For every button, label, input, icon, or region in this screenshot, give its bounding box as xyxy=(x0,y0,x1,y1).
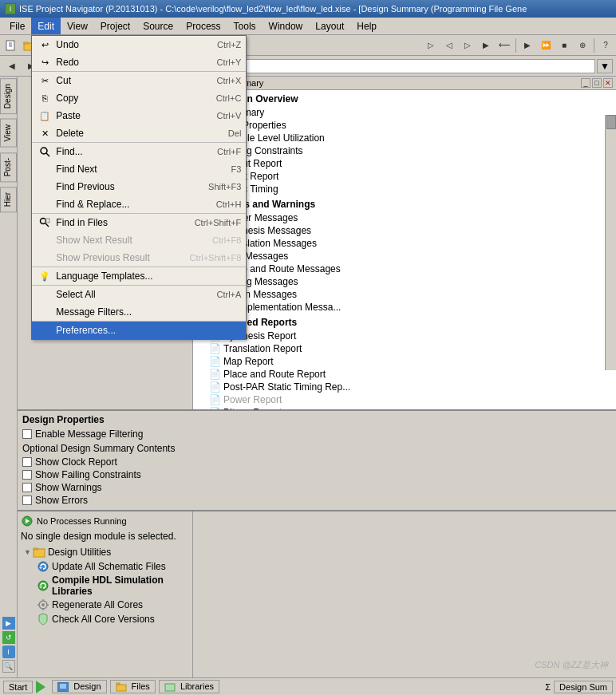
item-bitgen-msg[interactable]: 📄 Bitgen Messages xyxy=(193,288,616,301)
menu-show-prev-result[interactable]: Show Previous Result Ctrl+Shift+F8 xyxy=(32,249,246,267)
menu-source[interactable]: Source xyxy=(136,18,180,34)
item-map-report[interactable]: 📄 Map Report xyxy=(193,355,616,368)
menu-file[interactable]: File xyxy=(3,18,31,34)
right-scrollbar[interactable] xyxy=(605,115,616,370)
design-utilities-node[interactable]: ▼ Design Utilities xyxy=(24,545,189,559)
menu-find-next[interactable]: Find Next F3 xyxy=(32,160,246,178)
ds-minimize[interactable]: _ xyxy=(581,78,590,88)
menu-layout[interactable]: Layout xyxy=(309,18,350,34)
item-trans-report[interactable]: 📄 Translation Report xyxy=(193,342,616,355)
optional-title: Optional Design Summary Contents xyxy=(22,443,611,454)
new-button[interactable] xyxy=(2,37,19,54)
menu-paste[interactable]: 📋 Paste Ctrl+V xyxy=(32,107,246,124)
item-translation-msg[interactable]: 📄 Translation Messages xyxy=(193,237,616,250)
item-par-report[interactable]: 📄 Place and Route Report xyxy=(193,368,616,381)
item-iob[interactable]: 📄 IOB Properties xyxy=(193,119,616,132)
menu-undo[interactable]: ↩ Undo Ctrl+Z xyxy=(32,36,246,53)
menu-msg-filters[interactable]: Message Filters... xyxy=(32,303,246,321)
menu-find-in-files[interactable]: Find in Files Ctrl+Shift+F xyxy=(32,214,246,231)
status-right-btn[interactable]: Design Sum xyxy=(554,681,613,693)
tb-right-4[interactable]: ▶ xyxy=(477,37,495,54)
item-timing-constraints[interactable]: 📄 Timing Constraints xyxy=(193,144,616,157)
menu-preferences[interactable]: Preferences... xyxy=(32,322,246,339)
section-detailed[interactable]: ▼ Detailed Reports xyxy=(193,315,616,330)
prop-show-warnings[interactable]: Show Warnings xyxy=(22,481,611,494)
ds-close[interactable]: ✕ xyxy=(603,78,613,88)
item-post-par[interactable]: 📄 Post-PAR Static Timing Rep... xyxy=(193,381,616,393)
menu-cut[interactable]: ✂ Cut Ctrl+X xyxy=(32,72,246,89)
tb-right-10[interactable]: ? xyxy=(597,37,614,54)
prop-show-errors[interactable]: Show Errors xyxy=(22,494,611,507)
left-icon-3[interactable]: I xyxy=(2,646,15,658)
menu-find-replace[interactable]: Find & Replace... Ctrl+H xyxy=(32,195,246,213)
prop-show-failing[interactable]: Show Failing Constraints xyxy=(22,468,611,481)
menu-select-all[interactable]: Select All Ctrl+A xyxy=(32,286,246,303)
side-tab-hier[interactable]: Hier xyxy=(0,187,17,212)
item-pinout[interactable]: 📄 Pinout Report xyxy=(193,157,616,170)
ds-maximize[interactable]: □ xyxy=(592,78,602,88)
prop-failing-checkbox[interactable] xyxy=(22,470,32,480)
tb-right-7[interactable]: ⏩ xyxy=(537,37,555,54)
tb-right-6[interactable]: ▶ xyxy=(519,37,536,54)
prop-enable-filtering[interactable]: Enable Message Filtering xyxy=(22,428,611,440)
menu-copy[interactable]: ⎘ Copy Ctrl+C xyxy=(32,89,246,107)
tb-right-5[interactable]: ⟵ xyxy=(496,37,513,54)
menu-help[interactable]: Help xyxy=(350,18,383,34)
left-icon-2[interactable]: ↺ xyxy=(2,631,15,644)
prop-warnings-checkbox[interactable] xyxy=(22,483,32,492)
prop-show-clock[interactable]: Show Clock Report xyxy=(22,456,611,468)
update-schematic-node[interactable]: Update All Schematic Files xyxy=(37,559,189,574)
menu-find[interactable]: Find... Ctrl+F xyxy=(32,143,246,160)
design-tab-button[interactable]: Design xyxy=(52,680,106,693)
item-module-util[interactable]: 📄 Module Level Utilization xyxy=(193,132,616,144)
tb-right-2[interactable]: ◁ xyxy=(440,37,458,54)
item-clock-report[interactable]: 📄 Clock Report xyxy=(193,170,616,183)
left-arrow-btn[interactable]: ◀ xyxy=(3,57,21,75)
side-tab-post[interactable]: Post- xyxy=(0,152,17,182)
left-icon-4[interactable]: 🔍 xyxy=(2,660,15,673)
menu-view[interactable]: View xyxy=(61,18,94,34)
menu-edit[interactable]: Edit xyxy=(31,18,61,34)
left-icon-1[interactable]: ▶ xyxy=(2,617,15,630)
menu-project[interactable]: Project xyxy=(94,18,136,34)
item-synthesis-msg[interactable]: 📄 Synthesis Messages xyxy=(193,224,616,237)
start-button[interactable]: Start xyxy=(3,681,33,693)
check-core-versions-node[interactable]: Check All Core Versions xyxy=(37,612,189,626)
side-tab-design[interactable]: Design xyxy=(0,78,17,114)
regenerate-cores-node[interactable]: Regenerate All Cores xyxy=(37,598,189,612)
item-all-impl[interactable]: 📄 All Implementation Messa... xyxy=(193,301,616,314)
find-next-shortcut: F3 xyxy=(231,164,242,174)
search-dropdown[interactable]: ▼ xyxy=(597,59,613,73)
menu-show-next-result[interactable]: Show Next Result Ctrl+F8 xyxy=(32,231,246,249)
tb-right-3[interactable]: ▷ xyxy=(459,37,476,54)
item-par-msg[interactable]: 📄 Place and Route Messages xyxy=(193,263,616,275)
menu-tools[interactable]: Tools xyxy=(227,18,263,34)
prop-errors-checkbox[interactable] xyxy=(22,496,32,505)
item-static-timing[interactable]: 📄 Static Timing xyxy=(193,183,616,195)
item-timing-msg[interactable]: 📄 Timing Messages xyxy=(193,275,616,288)
menu-redo[interactable]: ↪ Redo Ctrl+Y xyxy=(32,53,246,71)
compile-hdl-node[interactable]: Compile HDL Simulation Libraries xyxy=(37,574,189,598)
menu-delete[interactable]: ✕ Delete Del xyxy=(32,124,246,142)
item-synth-report[interactable]: 📄 Synthesis Report xyxy=(193,330,616,342)
menu-process[interactable]: Process xyxy=(180,18,227,34)
item-summary[interactable]: 📄 Summary xyxy=(193,106,616,119)
files-tab-button[interactable]: Files xyxy=(110,680,156,693)
menu-find-prev[interactable]: Find Previous Shift+F3 xyxy=(32,178,246,195)
design-utilities-label: Design Utilities xyxy=(48,547,111,558)
menu-window[interactable]: Window xyxy=(263,18,310,34)
libraries-tab-button[interactable]: Libraries xyxy=(159,680,219,693)
item-power-report[interactable]: 📄 Power Report xyxy=(193,393,616,406)
prop-clock-checkbox[interactable] xyxy=(22,457,32,467)
section-errors[interactable]: ▼ Errors and Warnings xyxy=(193,197,616,211)
menu-lang-templates[interactable]: 💡 Language Templates... xyxy=(32,267,246,285)
item-parser[interactable]: 📄 Parser Messages xyxy=(193,211,616,224)
prop-enable-filtering-checkbox[interactable] xyxy=(22,429,32,439)
scrollbar-thumb[interactable] xyxy=(606,115,616,129)
tb-right-9[interactable]: ⊕ xyxy=(574,37,591,54)
tb-right-1[interactable]: ▷ xyxy=(422,37,440,54)
section-design-overview[interactable]: ▼ Design Overview xyxy=(193,92,616,106)
tb-right-8[interactable]: ■ xyxy=(555,37,573,54)
side-tab-view[interactable]: View xyxy=(0,119,17,148)
item-map-msg[interactable]: 📄 Map Messages xyxy=(193,250,616,263)
